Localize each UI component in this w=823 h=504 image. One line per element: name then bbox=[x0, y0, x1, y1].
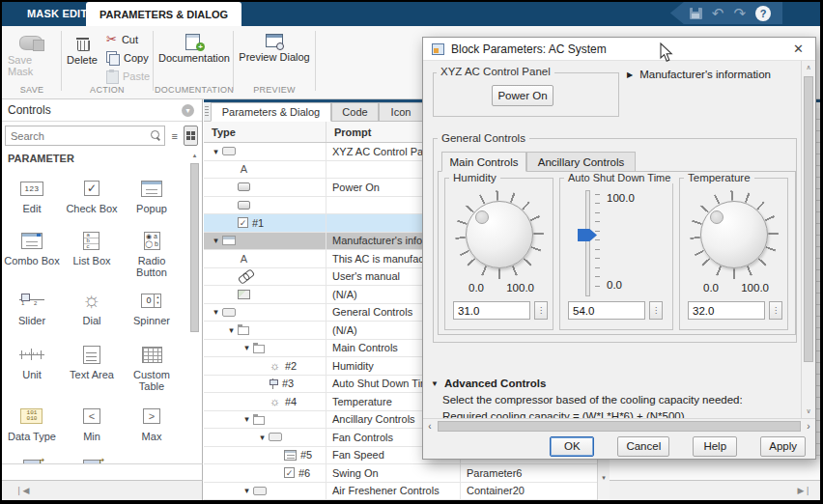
control-item-unit[interactable]: Unit bbox=[19, 339, 44, 401]
control-item-popup[interactable]: Popup bbox=[136, 173, 167, 225]
type-cell: ▾ bbox=[204, 233, 326, 250]
control-item-text-area[interactable]: Text Area bbox=[70, 339, 114, 401]
redo-icon[interactable]: ↷ bbox=[733, 6, 746, 20]
auto-shut-down-max-label: 100.0 bbox=[607, 192, 635, 204]
power-on-button[interactable]: Power On bbox=[492, 85, 553, 106]
auto-shut-down-stepper[interactable]: ⋮ bbox=[649, 301, 663, 320]
collapse-left-icon[interactable]: ❘◀ bbox=[15, 486, 29, 495]
text-type-icon: A bbox=[238, 163, 250, 175]
delete-button[interactable]: Delete bbox=[66, 34, 99, 66]
control-item-custom-table[interactable]: Custom Table bbox=[122, 339, 182, 401]
humidity-value-field[interactable] bbox=[453, 301, 530, 320]
tab-icon[interactable]: Icon bbox=[379, 102, 423, 122]
tree-collapse-icon[interactable]: ▾ bbox=[256, 433, 269, 442]
auto-shut-down-slider-thumb[interactable] bbox=[578, 229, 597, 241]
dialog-vertical-scrollbar[interactable]: ∧ ∨ bbox=[801, 61, 814, 418]
dialog-scroll-up-icon[interactable]: ∧ bbox=[802, 64, 815, 71]
table-row[interactable]: ▾Air Freshener ControlsContainer20 bbox=[204, 483, 597, 501]
preview-dialog-button[interactable]: Preview Dialog bbox=[236, 34, 313, 63]
grid-view-button[interactable] bbox=[184, 126, 198, 146]
help-icon[interactable]: ? bbox=[755, 6, 771, 21]
paste-button[interactable]: Paste bbox=[106, 70, 150, 83]
advanced-description: Select the compressor based of the cooli… bbox=[442, 394, 793, 406]
group-label-save: SAVE bbox=[8, 85, 56, 95]
tree-collapse-icon[interactable]: ▾ bbox=[210, 236, 222, 245]
undo-icon[interactable]: ↶ bbox=[712, 6, 724, 20]
button-type-icon bbox=[238, 201, 250, 210]
control-item-edit[interactable]: 123Edit bbox=[20, 173, 43, 225]
cancel-button[interactable]: Cancel bbox=[617, 436, 669, 457]
ok-button[interactable]: OK bbox=[550, 436, 594, 457]
dialog-horizontal-scrollbar[interactable]: ‹ › bbox=[423, 418, 815, 433]
save-mask-button[interactable]: Save Mask bbox=[8, 34, 56, 77]
collapse-right-icon[interactable]: ▶❘ bbox=[798, 486, 811, 495]
tab-ancillary-controls[interactable]: Ancillary Controls bbox=[526, 152, 636, 172]
search-input[interactable] bbox=[6, 126, 164, 145]
manufacturer-info-toggle[interactable]: ▶ Manufacturer's information bbox=[627, 69, 771, 80]
control-item-spinner[interactable]: 0Spinner bbox=[133, 285, 170, 339]
dialog-scroll-left-icon[interactable]: ‹ bbox=[423, 421, 437, 432]
table-row[interactable]: ✓#6Swing OnParameter6 bbox=[204, 464, 597, 483]
advanced-controls-toggle[interactable]: ▼ Advanced Controls bbox=[431, 378, 793, 389]
humidity-stepper[interactable]: ⋮ bbox=[534, 301, 548, 320]
scroll-up-icon[interactable]: ▴ bbox=[188, 152, 201, 159]
control-item-dial[interactable]: ☼Dial bbox=[82, 285, 101, 339]
controls-scrollbar[interactable]: ▴ ▾ bbox=[188, 150, 201, 504]
tab-code[interactable]: Code bbox=[331, 102, 379, 122]
type-cell: ▾ bbox=[204, 429, 326, 446]
control-item-check-box[interactable]: ✓Check Box bbox=[66, 173, 117, 225]
dialog-title: Block Parameters: AC System bbox=[451, 42, 607, 56]
left-collapse-bar[interactable]: ❘◀ bbox=[0, 480, 203, 500]
cut-button[interactable]: ✂ Cut bbox=[106, 33, 138, 45]
auto-shut-down-value-field[interactable] bbox=[568, 301, 645, 320]
control-item-slider[interactable]: 1 2Slider bbox=[18, 285, 45, 339]
splitter-handle[interactable] bbox=[205, 106, 209, 118]
copy-button[interactable]: Copy bbox=[106, 51, 149, 65]
collapse-chevron-icon[interactable]: ▾ bbox=[182, 104, 194, 117]
control-item-min[interactable]: <Min bbox=[83, 401, 100, 451]
tree-collapse-icon[interactable]: ▾ bbox=[210, 307, 222, 317]
documentation-button[interactable]: Documentation bbox=[156, 34, 232, 64]
tree-collapse-icon[interactable]: ▾ bbox=[241, 414, 253, 424]
scissors-icon: ✂ bbox=[106, 33, 117, 45]
checkbox-icon: ✓ bbox=[84, 177, 99, 200]
temperature-stepper[interactable]: ⋮ bbox=[769, 301, 782, 320]
list-view-button[interactable]: ≡ bbox=[167, 126, 182, 146]
tree-collapse-icon[interactable]: ▾ bbox=[241, 343, 253, 352]
control-item-data-type[interactable]: 101010Data Type bbox=[8, 401, 56, 451]
tab-main-controls[interactable]: Main Controls bbox=[441, 152, 526, 172]
control-item-combo-box[interactable]: Combo Box bbox=[4, 225, 59, 285]
dialog-hscrollbar-thumb[interactable] bbox=[438, 421, 801, 432]
apply-button[interactable]: Apply bbox=[760, 436, 806, 457]
controls-panel-footer bbox=[0, 463, 203, 480]
dialog-scroll-down-icon[interactable]: ∨ bbox=[802, 407, 815, 415]
dialog-scrollbar-thumb[interactable] bbox=[804, 76, 813, 362]
control-item-list-box[interactable]: abcList Box bbox=[72, 225, 110, 285]
tree-collapse-icon[interactable]: ▾ bbox=[225, 325, 238, 335]
tree-collapse-icon[interactable]: ▾ bbox=[241, 486, 253, 495]
type-cell: A bbox=[204, 250, 326, 267]
control-item-max[interactable]: >Max bbox=[142, 401, 162, 451]
right-collapse-bar[interactable]: ▶❘ bbox=[610, 480, 823, 500]
help-button[interactable]: Help bbox=[693, 436, 737, 457]
temperature-value-field[interactable] bbox=[688, 301, 765, 320]
trash-icon bbox=[76, 36, 89, 51]
auto-shut-down-slider-track[interactable] bbox=[585, 190, 590, 296]
dialog-titlebar[interactable]: Block Parameters: AC System ✕ bbox=[423, 38, 815, 61]
explorer-scroll-down-icon[interactable]: ▾ bbox=[598, 471, 610, 484]
temperature-dial[interactable] bbox=[700, 201, 768, 268]
parameter-badge: #6 bbox=[298, 467, 310, 479]
tab-parameters-dialog[interactable]: PARAMETERS & DIALOG bbox=[86, 2, 241, 26]
column-header-type[interactable]: Type bbox=[204, 122, 326, 142]
humidity-dial[interactable] bbox=[466, 201, 533, 268]
min-icon: < bbox=[83, 405, 100, 428]
general-controls-label: General Controls bbox=[438, 132, 529, 144]
control-item-radio-button[interactable]: ◉ a◯ bRadio Button bbox=[122, 225, 182, 285]
save-icon[interactable] bbox=[690, 8, 702, 19]
tree-collapse-icon[interactable]: ▾ bbox=[210, 147, 222, 156]
scrollbar-thumb[interactable] bbox=[190, 163, 199, 332]
tab-parameters-and-dialog[interactable]: Parameters & Dialog bbox=[211, 102, 331, 122]
expand-right-icon: ▶ bbox=[627, 70, 633, 79]
close-icon[interactable]: ✕ bbox=[790, 42, 807, 56]
dialog-scroll-right-icon[interactable]: › bbox=[802, 421, 815, 432]
